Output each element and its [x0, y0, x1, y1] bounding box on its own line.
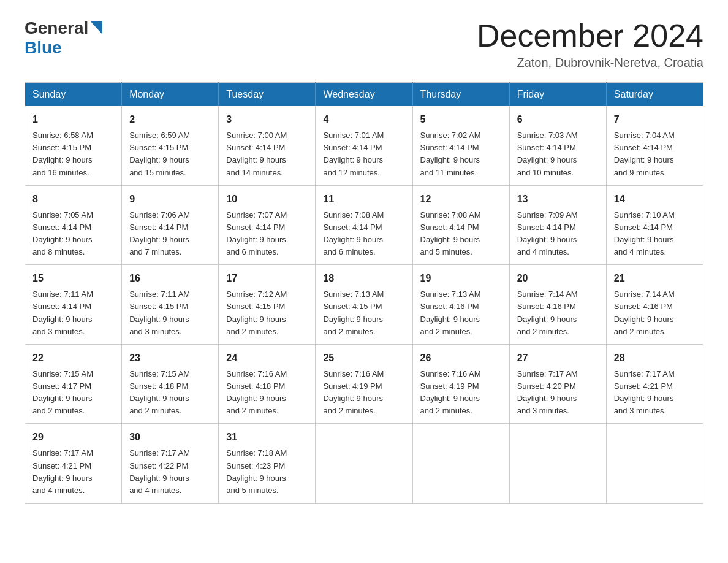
day-number: 2: [129, 112, 211, 127]
day-number: 28: [614, 351, 696, 366]
day-number: 6: [517, 112, 599, 127]
calendar-cell: 13 Sunrise: 7:09 AM Sunset: 4:14 PM Dayl…: [509, 185, 606, 265]
day-info: Sunrise: 7:16 AM Sunset: 4:19 PM Dayligh…: [420, 368, 502, 418]
day-number: 1: [32, 112, 114, 127]
calendar-title: December 2024: [477, 18, 703, 53]
calendar-cell: 24 Sunrise: 7:16 AM Sunset: 4:18 PM Dayl…: [219, 344, 316, 424]
calendar-cell: 30 Sunrise: 7:17 AM Sunset: 4:22 PM Dayl…: [122, 424, 219, 504]
calendar-week-row: 1 Sunrise: 6:58 AM Sunset: 4:15 PM Dayli…: [25, 106, 703, 185]
calendar-cell: 12 Sunrise: 7:08 AM Sunset: 4:14 PM Dayl…: [412, 185, 509, 265]
calendar-cell: 11 Sunrise: 7:08 AM Sunset: 4:14 PM Dayl…: [316, 185, 412, 265]
day-number: 23: [129, 351, 211, 366]
day-info: Sunrise: 7:16 AM Sunset: 4:18 PM Dayligh…: [226, 368, 308, 418]
calendar-cell: 3 Sunrise: 7:00 AM Sunset: 4:14 PM Dayli…: [219, 106, 316, 185]
day-number: 31: [226, 430, 308, 445]
day-number: 9: [129, 192, 211, 207]
calendar-cell: 25 Sunrise: 7:16 AM Sunset: 4:19 PM Dayl…: [316, 344, 412, 424]
day-info: Sunrise: 7:06 AM Sunset: 4:14 PM Dayligh…: [129, 209, 211, 259]
calendar-week-row: 15 Sunrise: 7:11 AM Sunset: 4:14 PM Dayl…: [25, 265, 703, 345]
day-info: Sunrise: 7:05 AM Sunset: 4:14 PM Dayligh…: [32, 209, 114, 259]
calendar-cell: [509, 424, 606, 504]
day-number: 14: [614, 192, 696, 207]
calendar-cell: 27 Sunrise: 7:17 AM Sunset: 4:20 PM Dayl…: [509, 344, 606, 424]
calendar-week-row: 29 Sunrise: 7:17 AM Sunset: 4:21 PM Dayl…: [25, 424, 703, 504]
day-info: Sunrise: 7:12 AM Sunset: 4:15 PM Dayligh…: [226, 288, 308, 338]
day-info: Sunrise: 7:11 AM Sunset: 4:14 PM Dayligh…: [32, 288, 114, 338]
calendar-cell: 9 Sunrise: 7:06 AM Sunset: 4:14 PM Dayli…: [122, 185, 219, 265]
calendar-cell: 19 Sunrise: 7:13 AM Sunset: 4:16 PM Dayl…: [412, 265, 509, 345]
calendar-cell: 14 Sunrise: 7:10 AM Sunset: 4:14 PM Dayl…: [606, 185, 703, 265]
day-number: 10: [226, 192, 308, 207]
calendar-cell: 26 Sunrise: 7:16 AM Sunset: 4:19 PM Dayl…: [412, 344, 509, 424]
day-info: Sunrise: 7:18 AM Sunset: 4:23 PM Dayligh…: [226, 447, 308, 497]
header-saturday: Saturday: [606, 83, 703, 107]
day-number: 27: [517, 351, 599, 366]
calendar-cell: 22 Sunrise: 7:15 AM Sunset: 4:17 PM Dayl…: [25, 344, 122, 424]
day-number: 21: [614, 271, 696, 286]
calendar-cell: 4 Sunrise: 7:01 AM Sunset: 4:14 PM Dayli…: [316, 106, 412, 185]
title-block: December 2024 Zaton, Dubrovnik-Neretva, …: [477, 18, 703, 70]
day-info: Sunrise: 7:16 AM Sunset: 4:19 PM Dayligh…: [323, 368, 404, 418]
logo-chevron-icon: [90, 21, 102, 37]
calendar-subtitle: Zaton, Dubrovnik-Neretva, Croatia: [477, 56, 703, 70]
day-info: Sunrise: 7:08 AM Sunset: 4:14 PM Dayligh…: [323, 209, 404, 259]
day-info: Sunrise: 7:17 AM Sunset: 4:20 PM Dayligh…: [517, 368, 599, 418]
day-info: Sunrise: 7:11 AM Sunset: 4:15 PM Dayligh…: [129, 288, 211, 338]
calendar-header-row: SundayMondayTuesdayWednesdayThursdayFrid…: [25, 83, 703, 107]
day-number: 12: [420, 192, 502, 207]
calendar-cell: 2 Sunrise: 6:59 AM Sunset: 4:15 PM Dayli…: [122, 106, 219, 185]
day-info: Sunrise: 7:17 AM Sunset: 4:21 PM Dayligh…: [614, 368, 696, 418]
header-friday: Friday: [509, 83, 606, 107]
logo-blue-text: Blue: [25, 38, 62, 57]
day-info: Sunrise: 7:03 AM Sunset: 4:14 PM Dayligh…: [517, 129, 599, 179]
day-info: Sunrise: 7:02 AM Sunset: 4:14 PM Dayligh…: [420, 129, 502, 179]
calendar-cell: 5 Sunrise: 7:02 AM Sunset: 4:14 PM Dayli…: [412, 106, 509, 185]
day-number: 16: [129, 271, 211, 286]
day-info: Sunrise: 7:13 AM Sunset: 4:16 PM Dayligh…: [420, 288, 502, 338]
day-number: 15: [32, 271, 114, 286]
day-info: Sunrise: 7:13 AM Sunset: 4:15 PM Dayligh…: [323, 288, 404, 338]
header-tuesday: Tuesday: [219, 83, 316, 107]
calendar-week-row: 22 Sunrise: 7:15 AM Sunset: 4:17 PM Dayl…: [25, 344, 703, 424]
day-number: 5: [420, 112, 502, 127]
day-number: 29: [32, 430, 114, 445]
day-info: Sunrise: 7:14 AM Sunset: 4:16 PM Dayligh…: [517, 288, 599, 338]
day-number: 3: [226, 112, 308, 127]
day-number: 11: [323, 192, 404, 207]
calendar-cell: 1 Sunrise: 6:58 AM Sunset: 4:15 PM Dayli…: [25, 106, 122, 185]
day-number: 26: [420, 351, 502, 366]
day-number: 25: [323, 351, 404, 366]
calendar-cell: 20 Sunrise: 7:14 AM Sunset: 4:16 PM Dayl…: [509, 265, 606, 345]
calendar-cell: [316, 424, 412, 504]
calendar-cell: 10 Sunrise: 7:07 AM Sunset: 4:14 PM Dayl…: [219, 185, 316, 265]
calendar-cell: 18 Sunrise: 7:13 AM Sunset: 4:15 PM Dayl…: [316, 265, 412, 345]
calendar-cell: 17 Sunrise: 7:12 AM Sunset: 4:15 PM Dayl…: [219, 265, 316, 345]
day-info: Sunrise: 7:17 AM Sunset: 4:22 PM Dayligh…: [129, 447, 211, 497]
day-number: 4: [323, 112, 404, 127]
svg-marker-0: [90, 21, 102, 34]
calendar-cell: 29 Sunrise: 7:17 AM Sunset: 4:21 PM Dayl…: [25, 424, 122, 504]
header-wednesday: Wednesday: [316, 83, 412, 107]
calendar-cell: 16 Sunrise: 7:11 AM Sunset: 4:15 PM Dayl…: [122, 265, 219, 345]
calendar-cell: 6 Sunrise: 7:03 AM Sunset: 4:14 PM Dayli…: [509, 106, 606, 185]
calendar-table: SundayMondayTuesdayWednesdayThursdayFrid…: [25, 82, 703, 504]
day-number: 19: [420, 271, 502, 286]
day-info: Sunrise: 6:58 AM Sunset: 4:15 PM Dayligh…: [32, 129, 114, 179]
logo: General Blue: [25, 18, 102, 58]
logo-general-text: General: [25, 18, 88, 38]
day-info: Sunrise: 7:00 AM Sunset: 4:14 PM Dayligh…: [226, 129, 308, 179]
day-number: 30: [129, 430, 211, 445]
calendar-cell: 15 Sunrise: 7:11 AM Sunset: 4:14 PM Dayl…: [25, 265, 122, 345]
calendar-cell: 21 Sunrise: 7:14 AM Sunset: 4:16 PM Dayl…: [606, 265, 703, 345]
day-number: 20: [517, 271, 599, 286]
calendar-cell: 31 Sunrise: 7:18 AM Sunset: 4:23 PM Dayl…: [219, 424, 316, 504]
day-number: 7: [614, 112, 696, 127]
calendar-cell: [606, 424, 703, 504]
day-info: Sunrise: 7:10 AM Sunset: 4:14 PM Dayligh…: [614, 209, 696, 259]
day-info: Sunrise: 6:59 AM Sunset: 4:15 PM Dayligh…: [129, 129, 211, 179]
header-monday: Monday: [122, 83, 219, 107]
header-sunday: Sunday: [25, 83, 122, 107]
day-info: Sunrise: 7:15 AM Sunset: 4:17 PM Dayligh…: [32, 368, 114, 418]
header-thursday: Thursday: [412, 83, 509, 107]
calendar-cell: 8 Sunrise: 7:05 AM Sunset: 4:14 PM Dayli…: [25, 185, 122, 265]
